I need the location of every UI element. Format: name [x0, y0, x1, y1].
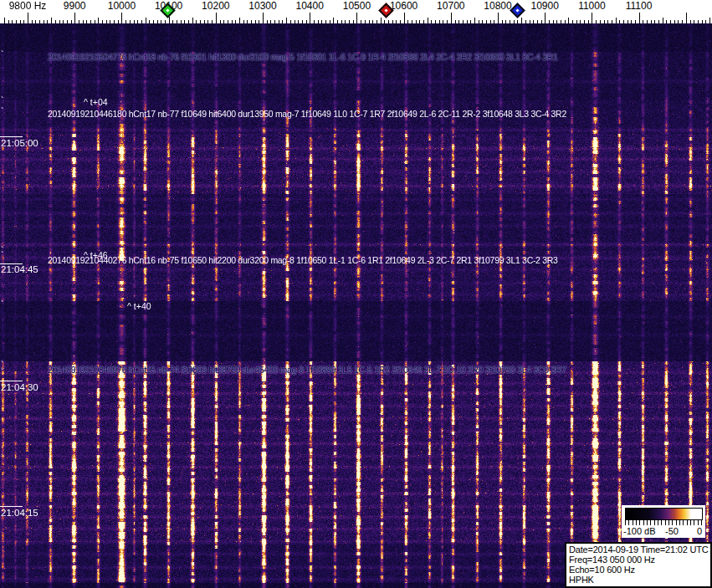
- freq-tick: [682, 20, 683, 23]
- freq-tick: [388, 20, 389, 23]
- freq-tick: [83, 20, 84, 23]
- freq-tick: [207, 20, 208, 23]
- event-time-annotation: ^ t+04: [84, 97, 108, 107]
- freq-tick: [356, 13, 357, 23]
- scale-tick: [633, 520, 633, 525]
- freq-tick: [643, 20, 643, 23]
- freq-tick: [32, 20, 33, 23]
- freq-tick: [188, 20, 189, 23]
- color-gradient-bar: [625, 508, 703, 520]
- freq-tick: [419, 20, 420, 23]
- freq-tick: [505, 20, 506, 23]
- amplitude-color-scale: -100 dB -50 0: [622, 505, 705, 538]
- freq-tick: [235, 20, 236, 23]
- freq-tick: [255, 20, 256, 23]
- freq-tick: [243, 20, 244, 23]
- scale-tick: [683, 520, 684, 525]
- scale-tick: [665, 520, 666, 525]
- freq-tick: [463, 20, 464, 23]
- freq-tick: [47, 20, 48, 23]
- scale-tick: [639, 520, 640, 525]
- freq-tick: [228, 20, 228, 23]
- freq-tick: [686, 13, 687, 23]
- freq-tick: [161, 20, 161, 23]
- freq-tick: [130, 20, 131, 23]
- event-edge-mark: `: [1, 98, 4, 103]
- freq-tick: [55, 20, 56, 23]
- freq-tick: [479, 20, 479, 23]
- freq-tick: [325, 20, 326, 23]
- freq-tick: [623, 20, 624, 23]
- event-time-annotation: ^ t+40: [127, 301, 151, 311]
- marker-center-dot: [166, 8, 169, 12]
- freq-tick: [447, 20, 448, 23]
- freq-tick: [4, 18, 5, 23]
- scale-tick: [687, 520, 688, 525]
- freq-tick: [121, 13, 122, 23]
- freq-tick: [204, 20, 205, 23]
- freq-tick: [86, 20, 87, 23]
- freq-tick: [286, 18, 287, 23]
- freq-tick: [157, 20, 158, 23]
- freq-tick: [232, 20, 233, 23]
- freq-tick: [556, 20, 557, 23]
- time-axis-tick: [0, 506, 23, 507]
- freq-tick: [607, 20, 608, 23]
- time-axis-tick: [0, 381, 23, 381]
- freq-tick: [631, 20, 632, 23]
- freq-axis-label: 10300: [248, 0, 276, 12]
- freq-tick: [541, 20, 542, 23]
- freq-tick: [270, 20, 271, 23]
- freq-tick: [709, 18, 710, 23]
- freq-tick: [369, 20, 370, 23]
- freq-tick: [79, 20, 79, 23]
- freq-tick: [580, 20, 581, 23]
- scale-tick: [628, 520, 629, 525]
- freq-tick: [510, 20, 510, 23]
- event-time-annotation: ^ t+46: [84, 250, 108, 260]
- freq-tick: [407, 20, 408, 23]
- freq-tick: [71, 20, 72, 23]
- freq-tick: [666, 20, 667, 23]
- freq-tick: [588, 20, 589, 23]
- freq-tick: [502, 20, 503, 23]
- detection-log-line: 20140919210504776 hCnt18 nb-76 f10301 hi…: [48, 52, 558, 62]
- freq-axis-label: 10400: [296, 0, 324, 12]
- freq-tick: [572, 20, 573, 23]
- freq-tick: [149, 20, 150, 23]
- freq-tick: [639, 13, 640, 23]
- freq-tick: [67, 20, 68, 23]
- freq-tick: [627, 20, 628, 23]
- freq-tick: [153, 20, 154, 23]
- freq-tick: [290, 20, 291, 23]
- freq-tick: [490, 20, 491, 23]
- freq-tick: [321, 20, 322, 23]
- freq-tick: [220, 20, 221, 23]
- info-date-time: Date=2014-09-19 Time=21:02 UTC: [569, 545, 710, 555]
- freq-tick: [177, 20, 177, 23]
- scale-tick: [694, 520, 694, 525]
- freq-tick: [35, 20, 36, 23]
- freq-tick: [90, 20, 91, 23]
- freq-tick: [443, 20, 443, 23]
- freq-tick: [274, 20, 275, 23]
- scale-tick: [643, 520, 644, 525]
- freq-tick: [239, 18, 240, 23]
- freq-tick: [353, 20, 354, 23]
- detection-log-line: 20140919210440276 hCnt16 nb-75 f10650 hi…: [48, 255, 558, 265]
- freq-tick: [604, 20, 605, 23]
- scale-tick: [672, 520, 673, 525]
- freq-tick: [451, 13, 452, 23]
- freq-tick: [365, 20, 366, 23]
- freq-axis-label: 9800 Hz: [9, 0, 47, 12]
- freq-tick: [514, 20, 515, 23]
- freq-tick: [12, 20, 13, 23]
- freq-tick: [565, 20, 566, 23]
- freq-tick: [533, 20, 534, 23]
- freq-tick: [702, 20, 703, 23]
- freq-tick: [361, 20, 361, 23]
- freq-tick: [521, 18, 522, 23]
- scale-tick: [690, 520, 691, 525]
- scale-tick: [661, 520, 662, 525]
- freq-tick: [337, 20, 338, 23]
